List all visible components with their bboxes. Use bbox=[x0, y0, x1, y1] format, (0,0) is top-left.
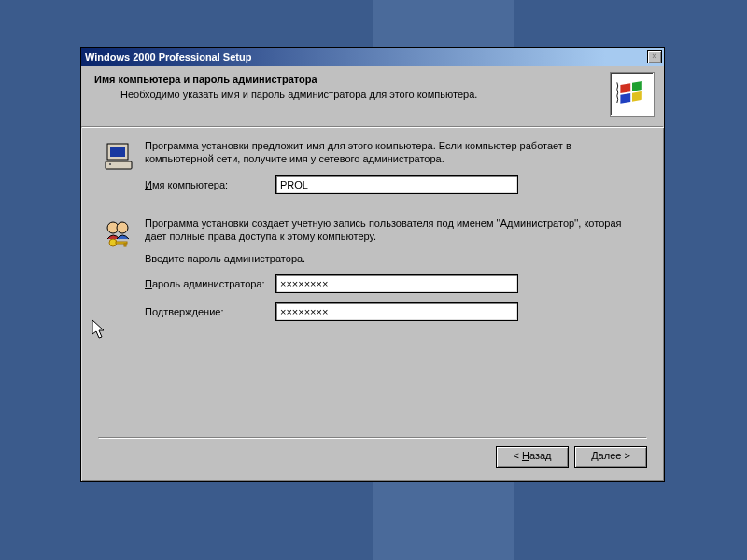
svg-rect-7 bbox=[109, 163, 111, 165]
computer-name-label: Имя компьютера: bbox=[145, 179, 275, 190]
svg-rect-1 bbox=[632, 81, 642, 91]
svg-rect-2 bbox=[620, 93, 630, 104]
password-label: Пароль администратора: bbox=[145, 278, 275, 289]
setup-window: Windows 2000 Professional Setup × Имя ко… bbox=[80, 47, 665, 482]
svg-rect-0 bbox=[620, 83, 630, 93]
next-button[interactable]: Далее > bbox=[574, 446, 647, 468]
users-key-icon bbox=[104, 241, 135, 252]
back-button[interactable]: < Назад bbox=[496, 446, 569, 468]
admin-account-info: Программа установки создает учетную запи… bbox=[145, 217, 641, 244]
page-subtitle: Необходимо указать имя и пароль админист… bbox=[120, 89, 651, 100]
confirm-password-label: Подтверждение: bbox=[145, 306, 275, 317]
computer-name-section: Программа установки предложит имя для эт… bbox=[104, 139, 641, 203]
svg-point-9 bbox=[117, 222, 128, 233]
computer-name-info: Программа установки предложит имя для эт… bbox=[145, 139, 641, 166]
close-button[interactable]: × bbox=[647, 50, 662, 63]
admin-password-section: Программа установки создает учетную запи… bbox=[104, 217, 641, 331]
confirm-password-input[interactable] bbox=[275, 302, 518, 321]
titlebar: Windows 2000 Professional Setup × bbox=[81, 48, 664, 66]
computer-icon bbox=[104, 163, 135, 175]
wizard-footer: < Назад Далее > bbox=[81, 427, 664, 481]
wizard-header: Имя компьютера и пароль администратора Н… bbox=[81, 66, 664, 126]
password-input[interactable] bbox=[275, 274, 518, 293]
computer-name-input[interactable] bbox=[275, 175, 518, 194]
wizard-content: Программа установки предложит имя для эт… bbox=[81, 128, 664, 330]
page-title: Имя компьютера и пароль администратора bbox=[94, 74, 651, 85]
password-prompt: Введите пароль администратора. bbox=[145, 252, 641, 265]
titlebar-text: Windows 2000 Professional Setup bbox=[85, 51, 251, 63]
windows-flag-icon bbox=[610, 72, 655, 117]
svg-rect-3 bbox=[632, 91, 642, 102]
svg-rect-12 bbox=[124, 244, 126, 246]
svg-rect-5 bbox=[110, 147, 125, 157]
